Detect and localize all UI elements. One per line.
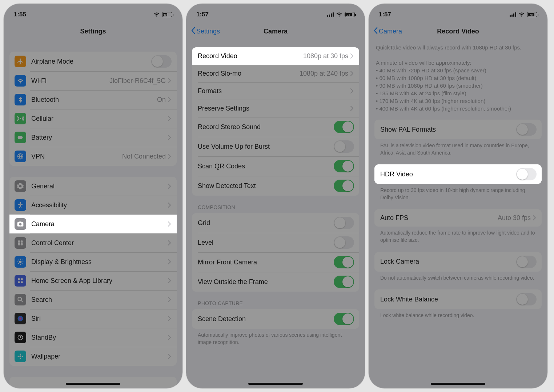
- chevron-right-icon: [168, 116, 172, 121]
- row-general[interactable]: General: [9, 177, 177, 196]
- row-show-detected-text[interactable]: Show Detected Text: [192, 176, 359, 196]
- row-record-slo-mo[interactable]: Record Slo-mo1080p at 240 fps: [192, 65, 359, 82]
- toggle[interactable]: [334, 121, 354, 133]
- home-indicator[interactable]: [431, 383, 485, 385]
- row-label: Search: [31, 296, 168, 304]
- row-label: VPN: [31, 153, 122, 160]
- row-label: Mirror Front Camera: [198, 259, 334, 266]
- row-grid[interactable]: Grid: [192, 213, 359, 233]
- row-label: StandBy: [31, 334, 168, 341]
- gear-icon: [15, 180, 26, 192]
- toggle-lockwb[interactable]: [516, 293, 537, 305]
- row-hdr-video[interactable]: HDR Video: [374, 164, 542, 184]
- svg-point-9: [19, 261, 22, 263]
- row-label: Airplane Mode: [31, 58, 151, 65]
- row-wi-fi[interactable]: Wi-FiJioFiber-R6C4f_5G: [9, 71, 177, 90]
- group-autofps: Auto FPS Auto 30 fps: [374, 209, 542, 227]
- row-value: Auto 30 fps: [498, 214, 531, 222]
- row-label: Grid: [198, 219, 334, 227]
- row-level[interactable]: Level: [192, 233, 359, 252]
- group-lockcam: Lock Camera: [374, 252, 542, 272]
- row-battery[interactable]: Battery: [9, 128, 177, 147]
- camera-icon: [15, 218, 26, 230]
- wallpaper-icon: [15, 351, 26, 362]
- row-scan-qr-codes[interactable]: Scan QR Codes: [192, 156, 359, 176]
- row-label: Formats: [198, 87, 350, 95]
- row-wallpaper[interactable]: Wallpaper: [9, 347, 177, 366]
- row-scene-detection[interactable]: Scene Detection: [192, 309, 359, 329]
- row-search[interactable]: Search: [9, 290, 177, 309]
- chevron-right-icon: [168, 240, 172, 246]
- home-indicator[interactable]: [248, 383, 303, 385]
- row-accessibility[interactable]: Accessibility: [9, 196, 177, 215]
- row-airplane-mode[interactable]: Airplane Mode: [9, 52, 177, 71]
- page-title: Settings: [4, 28, 182, 35]
- section-header-photo: PHOTO CAPTURE: [192, 292, 359, 309]
- battery-icon: [15, 132, 26, 143]
- row-use-volume-up-for-burst[interactable]: Use Volume Up for Burst: [192, 137, 359, 156]
- footer-hdr: Record up to 30 fps video in 10-bit high…: [374, 184, 542, 201]
- row-record-stereo-sound[interactable]: Record Stereo Sound: [192, 117, 359, 137]
- chevron-right-icon: [168, 135, 172, 140]
- row-value: 1080p at 240 fps: [300, 70, 348, 77]
- toggle-pal[interactable]: [516, 123, 537, 136]
- info-quicktake: QuickTake video will always record with …: [374, 41, 542, 115]
- svg-point-21: [22, 356, 23, 357]
- back-label: Settings: [196, 28, 220, 35]
- row-view-outside-the-frame[interactable]: View Outside the Frame: [192, 272, 359, 292]
- chevron-right-icon: [168, 153, 172, 159]
- toggle[interactable]: [334, 140, 354, 153]
- wifi-icon: [336, 12, 342, 17]
- row-lock-camera[interactable]: Lock Camera: [374, 252, 542, 272]
- row-bluetooth[interactable]: BluetoothOn: [9, 90, 177, 109]
- siri-icon: [15, 313, 26, 324]
- search-icon: [15, 294, 26, 305]
- svg-point-19: [20, 358, 21, 359]
- back-button[interactable]: Settings: [190, 27, 220, 36]
- row-cellular[interactable]: Cellular: [9, 109, 177, 128]
- row-camera[interactable]: Camera: [9, 215, 177, 233]
- row-auto-fps[interactable]: Auto FPS Auto 30 fps: [374, 209, 542, 227]
- row-label: Siri: [31, 315, 168, 323]
- svg-point-0: [20, 118, 21, 119]
- row-formats[interactable]: Formats: [192, 82, 359, 100]
- back-button[interactable]: Camera: [373, 27, 402, 36]
- row-standby[interactable]: StandBy: [9, 328, 177, 347]
- camera-group-photo: Scene Detection: [192, 309, 359, 329]
- row-vpn[interactable]: VPNNot Connected: [9, 147, 177, 166]
- toggle[interactable]: [334, 180, 354, 192]
- row-show-pal-formats[interactable]: Show PAL Formats: [374, 120, 542, 139]
- row-preserve-settings[interactable]: Preserve Settings: [192, 100, 359, 117]
- svg-rect-7: [18, 243, 20, 245]
- toggle-hdr[interactable]: [516, 168, 537, 180]
- toggle[interactable]: [334, 217, 354, 229]
- row-display-brightness[interactable]: Display & Brightness: [9, 252, 177, 271]
- toggle[interactable]: [334, 256, 354, 268]
- toggle[interactable]: [334, 160, 354, 172]
- row-mirror-front-camera[interactable]: Mirror Front Camera: [192, 252, 359, 272]
- row-home-screen-app-library[interactable]: Home Screen & App Library: [9, 271, 177, 290]
- camera-group-main: Record Video1080p at 30 fpsRecord Slo-mo…: [192, 47, 359, 196]
- home-indicator[interactable]: [66, 383, 120, 385]
- row-label: Battery: [31, 134, 168, 141]
- svg-rect-2: [23, 137, 23, 138]
- footer-scene-detection: Automatically improve photos of various …: [192, 329, 359, 346]
- toggle[interactable]: [151, 55, 172, 68]
- toggle[interactable]: [334, 313, 354, 325]
- svg-point-18: [20, 354, 21, 355]
- row-lock-white-balance[interactable]: Lock White Balance: [374, 289, 542, 309]
- info-bullet: • 60 MB with 1080p HD at 30 fps (default…: [376, 74, 540, 82]
- phone-settings: 1:55 48 Settings Airplane ModeWi-FiJioFi…: [4, 4, 182, 388]
- toggle-lockcam[interactable]: [516, 256, 537, 268]
- section-header-composition: COMPOSITION: [192, 196, 359, 213]
- settings-group-connectivity: Airplane ModeWi-FiJioFiber-R6C4f_5GBluet…: [9, 52, 177, 166]
- row-control-center[interactable]: Control Center: [9, 233, 177, 252]
- row-label: Accessibility: [31, 201, 168, 209]
- footer-lockcam: Do not automatically switch between came…: [374, 272, 542, 282]
- row-value: Not Connected: [122, 153, 166, 160]
- toggle[interactable]: [334, 236, 354, 249]
- row-record-video[interactable]: Record Video1080p at 30 fps: [192, 47, 359, 65]
- row-label: Show Detected Text: [198, 182, 334, 190]
- toggle[interactable]: [334, 276, 354, 288]
- row-siri[interactable]: Siri: [9, 309, 177, 328]
